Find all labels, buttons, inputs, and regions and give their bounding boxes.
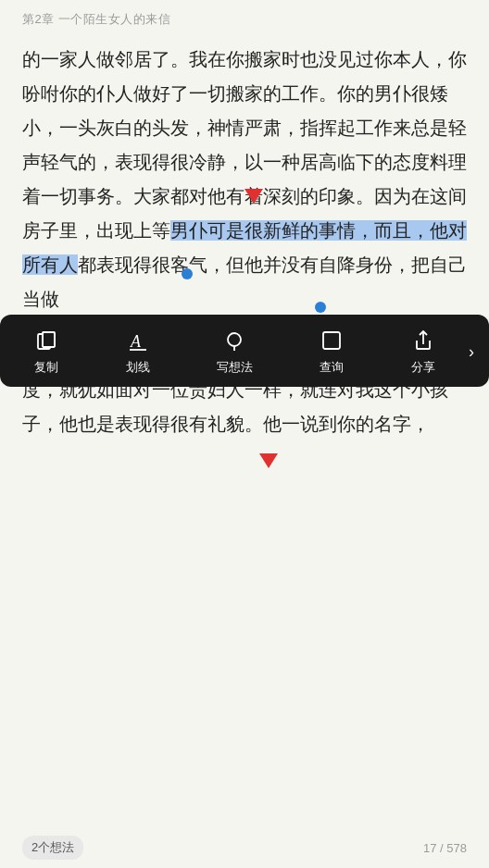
copy-icon bbox=[33, 328, 59, 353]
toolbar-items: 复制 A 划线 写想法 bbox=[0, 328, 469, 376]
toolbar-write-label: 写想法 bbox=[217, 359, 253, 376]
toolbar-lookup-label: 查询 bbox=[320, 359, 344, 376]
toolbar-underline-label: 划线 bbox=[126, 359, 150, 376]
annotation-arrow-1 bbox=[244, 189, 263, 204]
underline-icon: A bbox=[125, 328, 151, 353]
text-selection-toolbar: 复制 A 划线 写想法 bbox=[0, 315, 489, 387]
selection-handle-left[interactable] bbox=[182, 268, 193, 279]
write-icon bbox=[221, 328, 247, 353]
svg-text:A: A bbox=[130, 332, 142, 351]
svg-rect-1 bbox=[43, 332, 55, 347]
toolbar-lookup[interactable]: 查询 bbox=[311, 328, 352, 376]
toolbar-share-label: 分享 bbox=[411, 359, 435, 376]
page-container: 第2章 一个陌生女人的来信 的一家人做邻居了。我在你搬家时也没见过你本人，你吩咐… bbox=[0, 0, 489, 868]
page-total: 578 bbox=[446, 841, 467, 855]
text-before-highlight: 的一家人做邻居了。我在你搬家时也没见过你本人，你吩咐你的仆人做好了一切搬家的工作… bbox=[22, 49, 467, 241]
svg-point-5 bbox=[228, 333, 241, 346]
toolbar-copy[interactable]: 复制 bbox=[26, 328, 67, 376]
reading-paragraph: 的一家人做邻居了。我在你搬家时也没见过你本人，你吩咐你的仆人做好了一切搬家的工作… bbox=[22, 43, 467, 316]
toolbar-write[interactable]: 写想法 bbox=[209, 328, 260, 376]
toolbar-more-arrow[interactable]: › bbox=[469, 342, 489, 362]
chapter-title: 第2章 一个陌生女人的来信 bbox=[0, 0, 489, 35]
share-icon bbox=[410, 328, 436, 353]
page-current: 17 bbox=[423, 841, 436, 855]
svg-rect-7 bbox=[323, 332, 340, 349]
selection-handle-right[interactable] bbox=[315, 302, 326, 313]
toolbar-share[interactable]: 分享 bbox=[403, 328, 444, 376]
bottom-bar: 2个想法 17 / 578 bbox=[0, 827, 489, 868]
text-after-highlight: 都表现得很客气，但他并没有自降身份，把自己当做 bbox=[22, 254, 467, 309]
thoughts-badge[interactable]: 2个想法 bbox=[22, 836, 83, 860]
lookup-icon bbox=[319, 328, 345, 353]
toolbar-underline[interactable]: A 划线 bbox=[118, 328, 158, 376]
toolbar-copy-label: 复制 bbox=[34, 359, 58, 376]
annotation-arrow-2 bbox=[259, 453, 278, 468]
page-info: 17 / 578 bbox=[423, 841, 467, 855]
